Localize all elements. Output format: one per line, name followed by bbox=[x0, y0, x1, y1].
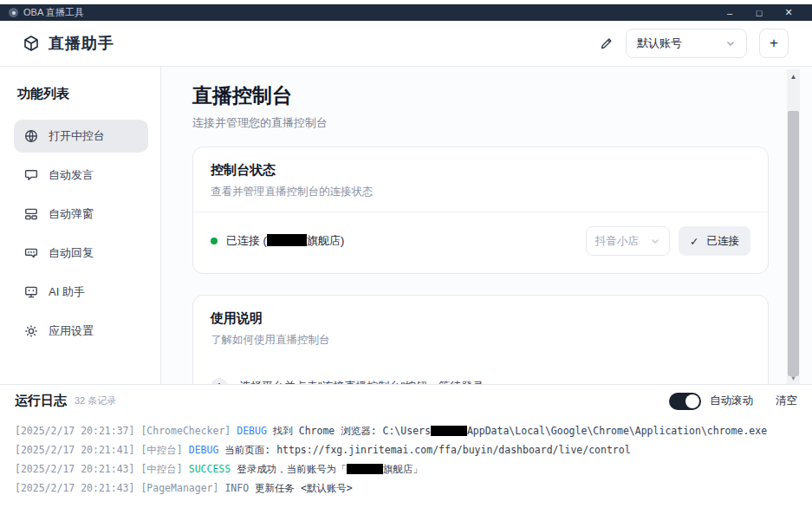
popup-window-icon bbox=[24, 207, 38, 221]
page-subtitle: 连接并管理您的直播控制台 bbox=[192, 115, 769, 131]
chevron-down-icon bbox=[725, 38, 736, 49]
minimize-button[interactable]: – bbox=[715, 8, 744, 18]
log-header-actions: 自动滚动 清空 bbox=[669, 393, 797, 410]
header-actions: 默认账号 + bbox=[600, 29, 789, 58]
sidebar-heading: 功能列表 bbox=[17, 86, 145, 102]
redacted-text bbox=[431, 426, 467, 436]
scroll-up-arrow-icon[interactable]: ▲ bbox=[787, 71, 800, 81]
log-source: [PageManager] bbox=[140, 482, 218, 494]
log-title: 运行日志 bbox=[15, 393, 67, 409]
usage-card-title: 使用说明 bbox=[211, 310, 750, 327]
sidebar: 功能列表 打开中控台 自动发言 自动弹窗 自动回复 AI 助手 应用设置 bbox=[0, 67, 161, 384]
speech-bubble-icon bbox=[24, 168, 38, 182]
account-select[interactable]: 默认账号 bbox=[626, 29, 747, 58]
connection-status-text: 已连接 (旗舰店) bbox=[226, 233, 344, 249]
redacted-text bbox=[347, 464, 383, 474]
sidebar-item-ai-assistant[interactable]: AI 助手 bbox=[14, 276, 148, 309]
window-title: OBA 直播工具 bbox=[23, 6, 84, 19]
status-card-title: 控制台状态 bbox=[211, 162, 750, 179]
status-card-subtitle: 查看并管理直播控制台的连接状态 bbox=[211, 185, 750, 199]
sidebar-item-open-console[interactable]: 打开中控台 bbox=[14, 120, 148, 153]
log-line: [2025/2/17 20:21:37] [ChromeChecker] DEB… bbox=[15, 421, 797, 440]
console-status-card: 控制台状态 查看并管理直播控制台的连接状态 已连接 (旗舰店) 抖音小店 bbox=[192, 147, 769, 274]
scroll-down-arrow-icon[interactable]: ▼ bbox=[787, 373, 800, 383]
toggle-knob bbox=[685, 394, 699, 408]
log-line: [2025/2/17 20:21:41] [中控台] DEBUG 当前页面: h… bbox=[15, 440, 797, 459]
log-message: 更新任务 <默认账号> bbox=[255, 482, 353, 494]
connect-button-label: 已连接 bbox=[707, 234, 740, 249]
log-panel: 运行日志 32 条记录 自动滚动 清空 [2025/2/17 20:21:37]… bbox=[0, 384, 812, 508]
body-row: 功能列表 打开中控台 自动发言 自动弹窗 自动回复 AI 助手 应用设置 直播控… bbox=[0, 67, 812, 384]
titlebar: OBA 直播工具 – □ ✕ bbox=[0, 4, 812, 21]
connect-button[interactable]: ✓ 已连接 bbox=[679, 226, 750, 256]
scrollbar-thumb[interactable] bbox=[788, 111, 799, 376]
account-select-value: 默认账号 bbox=[637, 36, 682, 51]
usage-card-head: 使用说明 了解如何使用直播控制台 bbox=[193, 296, 768, 360]
edit-account-icon[interactable] bbox=[600, 36, 614, 50]
log-count: 32 条记录 bbox=[75, 394, 116, 407]
step-text: 选择平台并点击"连接直播控制台"按钮，等待登录 bbox=[239, 379, 484, 384]
monitor-icon bbox=[24, 285, 38, 299]
log-source: [中控台] bbox=[140, 463, 182, 475]
app-header: 直播助手 默认账号 + bbox=[0, 21, 812, 67]
gear-icon bbox=[24, 324, 38, 338]
log-lines: [2025/2/17 20:21:37] [ChromeChecker] DEB… bbox=[0, 417, 812, 502]
close-button[interactable]: ✕ bbox=[774, 7, 803, 18]
sidebar-item-auto-reply[interactable]: 自动回复 bbox=[14, 237, 148, 270]
app-icon bbox=[9, 8, 18, 17]
status-controls: 抖音小店 ✓ 已连接 bbox=[586, 226, 750, 256]
package-box-icon bbox=[23, 35, 40, 52]
connected-status-dot bbox=[211, 238, 218, 244]
add-account-button[interactable]: + bbox=[759, 29, 789, 58]
page-title: 直播控制台 bbox=[192, 82, 769, 109]
log-level: INFO bbox=[224, 482, 249, 494]
log-message: 当前页面: https://fxg.jinritemai.com/ffa/buy… bbox=[224, 444, 630, 456]
autoscroll-label: 自动滚动 bbox=[710, 394, 753, 408]
log-timestamp: [2025/2/17 20:21:41] bbox=[15, 444, 134, 456]
globe-icon bbox=[24, 129, 38, 143]
log-header: 运行日志 32 条记录 自动滚动 清空 bbox=[0, 385, 812, 417]
log-message: 登录成功，当前账号为「旗舰店」 bbox=[237, 463, 423, 475]
connection-status-row: 已连接 (旗舰店) 抖音小店 ✓ 已连接 bbox=[193, 212, 768, 273]
log-level: DEBUG bbox=[237, 425, 267, 437]
app-window: OBA 直播工具 – □ ✕ 直播助手 bbox=[0, 0, 812, 508]
log-timestamp: [2025/2/17 20:21:43] bbox=[15, 482, 134, 494]
platform-select[interactable]: 抖音小店 bbox=[586, 226, 670, 256]
log-timestamp: [2025/2/17 20:21:43] bbox=[15, 463, 134, 475]
log-line: [2025/2/17 20:21:43] [中控台] SUCCESS 登录成功，… bbox=[15, 459, 797, 479]
vertical-scrollbar[interactable]: ▲ ▼ bbox=[787, 69, 800, 384]
log-line: [2025/2/17 20:21:43] [PageManager] INFO … bbox=[15, 479, 797, 498]
chat-reply-icon bbox=[24, 246, 38, 260]
usage-steps: 1 选择平台并点击"连接直播控制台"按钮，等待登录 2 登录成功后，即可使用自动… bbox=[193, 360, 768, 384]
autoscroll-toggle[interactable] bbox=[669, 393, 701, 410]
usage-card-subtitle: 了解如何使用直播控制台 bbox=[211, 333, 750, 348]
platform-select-value: 抖音小店 bbox=[595, 234, 639, 249]
main-content: 直播控制台 连接并管理您的直播控制台 控制台状态 查看并管理直播控制台的连接状态… bbox=[161, 67, 812, 384]
clear-log-button[interactable]: 清空 bbox=[776, 394, 797, 408]
log-timestamp: [2025/2/17 20:21:37] bbox=[15, 425, 134, 437]
chevron-down-icon bbox=[650, 236, 660, 246]
sidebar-item-app-settings[interactable]: 应用设置 bbox=[14, 315, 148, 348]
maximize-button[interactable]: □ bbox=[744, 8, 774, 18]
check-icon: ✓ bbox=[690, 235, 698, 248]
log-source: [中控台] bbox=[140, 444, 182, 456]
log-message: 找到 Chrome 浏览器: C:\UsersAppData\Local\Goo… bbox=[273, 425, 767, 437]
status-card-head: 控制台状态 查看并管理直播控制台的连接状态 bbox=[193, 147, 768, 212]
usage-card: 使用说明 了解如何使用直播控制台 1 选择平台并点击"连接直播控制台"按钮，等待… bbox=[192, 295, 769, 384]
log-level: DEBUG bbox=[189, 444, 219, 456]
app-title: 直播助手 bbox=[49, 33, 114, 54]
log-source: [ChromeChecker] bbox=[140, 425, 231, 437]
sidebar-nav: 打开中控台 自动发言 自动弹窗 自动回复 AI 助手 应用设置 bbox=[14, 120, 148, 348]
window-controls: – □ ✕ bbox=[715, 7, 803, 18]
usage-step: 1 选择平台并点击"连接直播控制台"按钮，等待登录 bbox=[211, 378, 750, 384]
sidebar-item-auto-speak[interactable]: 自动发言 bbox=[14, 159, 148, 192]
redacted-store-name bbox=[267, 234, 307, 246]
sidebar-item-auto-popup[interactable]: 自动弹窗 bbox=[14, 198, 148, 231]
log-level: SUCCESS bbox=[189, 463, 231, 475]
app-title-wrap: 直播助手 bbox=[23, 33, 114, 54]
step-number-badge: 1 bbox=[211, 378, 228, 384]
